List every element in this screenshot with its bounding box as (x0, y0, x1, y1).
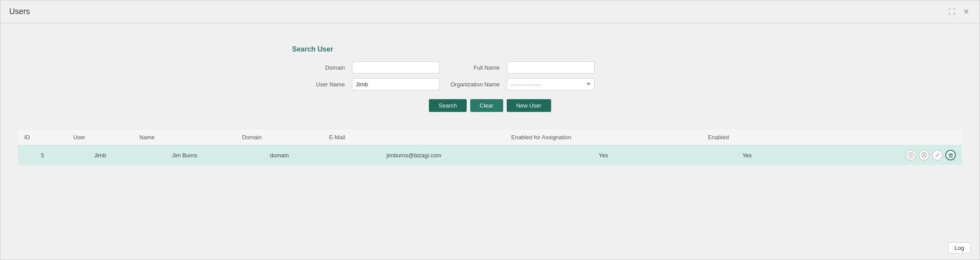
table-header-row: ID User Name Domain E-Mail Enabled for A… (18, 130, 962, 145)
search-button[interactable]: Search (429, 99, 466, 112)
users-window: Users ⛶ ✕ Search User Domain Full Name U… (0, 0, 980, 260)
org-name-label: Organization Name (447, 81, 500, 88)
close-button[interactable]: ✕ (962, 7, 971, 17)
new-user-button[interactable]: New User (507, 99, 551, 112)
col-name: Name (133, 130, 236, 145)
download-icon[interactable] (906, 150, 916, 160)
cell-enabled: Yes (702, 145, 792, 165)
action-buttons: Search Clear New User (292, 99, 688, 112)
org-name-select[interactable]: ---------------- (507, 78, 595, 90)
full-name-input[interactable] (507, 61, 595, 74)
main-content: Search User Domain Full Name User Name O… (0, 23, 980, 178)
user-settings-icon[interactable] (919, 150, 929, 160)
cell-domain: domain (236, 145, 323, 165)
svg-point-2 (923, 154, 925, 156)
col-id: ID (18, 130, 67, 145)
cell-actions (792, 145, 962, 165)
col-domain: Domain (236, 130, 323, 145)
cell-enabled-assignation: Yes (505, 145, 702, 165)
search-form: Domain Full Name User Name Organization … (292, 61, 688, 90)
search-section: Search User Domain Full Name User Name O… (292, 37, 688, 125)
col-enabled: Enabled (702, 130, 792, 145)
expand-button[interactable]: ⛶ (947, 7, 957, 17)
cell-name: Jim Burns (133, 145, 236, 165)
title-bar: Users ⛶ ✕ (0, 0, 980, 23)
col-email: E-Mail (323, 130, 505, 145)
title-bar-actions: ⛶ ✕ (947, 7, 971, 17)
table-row: 5 Jimb Jim Burns domain jimburns@bizagi.… (18, 145, 962, 165)
domain-input[interactable] (352, 61, 440, 74)
col-enabled-assignation: Enabled for Assignation (505, 130, 702, 145)
col-actions (792, 130, 962, 145)
cell-id: 5 (18, 145, 67, 165)
domain-label: Domain (292, 64, 345, 71)
clear-button[interactable]: Clear (470, 99, 503, 112)
svg-rect-3 (949, 154, 952, 157)
users-table: ID User Name Domain E-Mail Enabled for A… (18, 130, 962, 165)
edit-icon[interactable] (932, 150, 943, 160)
search-heading: Search User (292, 45, 688, 53)
users-table-section: ID User Name Domain E-Mail Enabled for A… (18, 130, 962, 165)
cell-user: Jimb (67, 145, 133, 165)
col-user: User (67, 130, 133, 145)
full-name-label: Full Name (447, 64, 500, 71)
cell-email: jimburns@bizagi.com (323, 145, 505, 165)
log-button[interactable]: Log (948, 242, 971, 253)
username-input[interactable] (352, 78, 440, 90)
username-label: User Name (292, 81, 345, 88)
delete-icon[interactable] (945, 150, 956, 160)
window-title: Users (9, 7, 30, 16)
